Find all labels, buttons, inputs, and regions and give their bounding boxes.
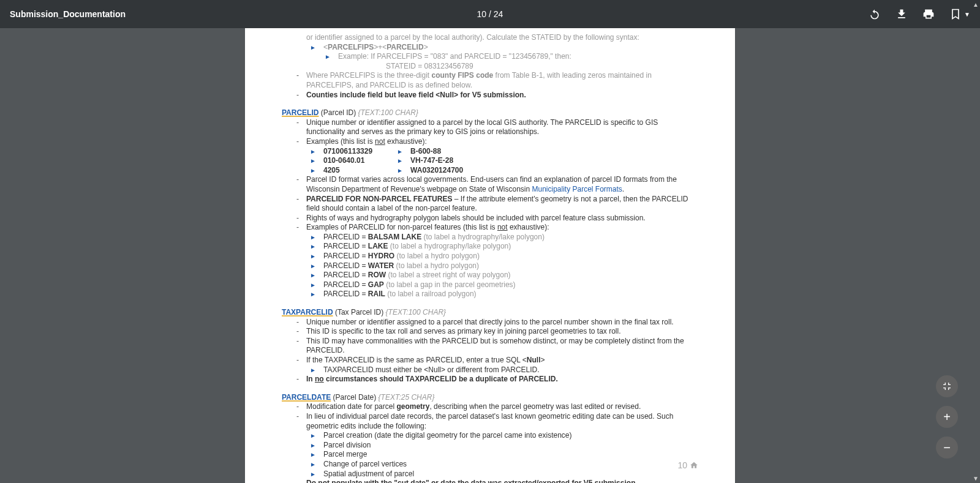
- pd-l1: Modification date for parcel geometry, d…: [296, 402, 698, 412]
- tax-l6: In no circumstances should TAXPARCELID b…: [296, 375, 698, 384]
- tax-l4: If the TAXPARCELID is the same as PARCEL…: [296, 356, 698, 365]
- nonparcel-example: PARCELID = WATER (to label a hydro polyg…: [310, 261, 698, 271]
- toolbar-actions: ▼: [869, 8, 970, 20]
- parcelid-rights: Rights of ways and hydrography polygon l…: [296, 214, 698, 223]
- tax-l3: This ID may have commonalities with the …: [296, 337, 698, 356]
- tax-l1: Unique number or identifier assigned to …: [296, 318, 698, 328]
- nonparcel-example: PARCELID = ROW (to label a street right …: [310, 271, 698, 280]
- print-icon[interactable]: [922, 8, 935, 20]
- bookmark-icon[interactable]: [949, 8, 962, 20]
- pd-l3: Do not populate with the "cut date" or d…: [296, 479, 698, 483]
- download-icon[interactable]: [895, 8, 908, 20]
- parceldate-name: PARCELDATE: [282, 393, 331, 402]
- document-page: or identifier assigned to a parcel by th…: [245, 28, 735, 483]
- geometric-edit-item: Parcel creation (date the digital geomet…: [310, 431, 698, 441]
- tax-l2: This ID is specific to the tax roll and …: [296, 327, 698, 337]
- taxparcelid-name: TAXPARCELID: [282, 308, 333, 316]
- example-value: VH-747-E-28: [397, 156, 463, 166]
- document-title: Submission_Documentation: [10, 9, 126, 19]
- zoom-out-button[interactable]: −: [936, 436, 958, 459]
- scroll-up-icon[interactable]: ▲: [973, 1, 979, 8]
- zoom-in-button[interactable]: +: [936, 406, 958, 428]
- scroll-down-icon[interactable]: ▼: [973, 475, 979, 482]
- parcelid-desc: Unique number or identifier assigned to …: [296, 118, 698, 137]
- dropdown-icon[interactable]: ▼: [964, 11, 970, 18]
- counties-note: Counties include field but leave field <…: [296, 91, 698, 100]
- example-value: 4205: [310, 166, 372, 176]
- stateid-example: Example: If PARCELFIPS = "083" and PARCE…: [325, 52, 698, 62]
- example-value: 071006113329: [310, 147, 372, 157]
- pdf-toolbar: Submission_Documentation 10 / 24 ▼: [0, 0, 980, 28]
- nonparcel-example: PARCELID = GAP (to label a gap in the pa…: [310, 280, 698, 290]
- document-viewer[interactable]: or identifier assigned to a parcel by th…: [0, 28, 980, 483]
- col2: B-600-88 VH-747-E-28 WA0320124700: [397, 147, 463, 176]
- municipality-formats-link[interactable]: Municipality Parcel Formats: [532, 185, 622, 193]
- page-indicator: 10 / 24: [477, 9, 503, 19]
- parcelid-header: PARCELID (Parcel ID) {TEXT:100 CHAR}: [282, 108, 698, 118]
- example-value: B-600-88: [397, 147, 463, 157]
- stateid-intro: or identifier assigned to a parcel by th…: [306, 33, 698, 43]
- parceldate-header: PARCELDATE (Parcel Date) {TEXT:25 CHAR}: [282, 393, 698, 403]
- nonparcel-example: PARCELID = BALSAM LAKE (to label a hydro…: [310, 233, 698, 242]
- parcelid-examples-label: Examples (this list is not exhaustive):: [296, 137, 698, 147]
- home-icon[interactable]: [690, 461, 698, 470]
- example-value: WA0320124700: [397, 166, 463, 176]
- parcelid-name: PARCELID: [282, 108, 318, 117]
- geometric-edit-item: Spatial adjustment of parcel: [310, 470, 698, 479]
- parcelid-np-examples-label: Examples of PARCELID for non-parcel feat…: [296, 223, 698, 233]
- col1: 071006113329 010-0640.01 4205: [310, 147, 372, 176]
- nonparcel-example: PARCELID = HYDRO (to label a hydro polyg…: [310, 252, 698, 261]
- stateid-syntax: <PARCELFIPS>+<PARCELID>: [310, 43, 698, 53]
- tax-l5: TAXPARCELID must either be <Null> or dif…: [310, 365, 698, 375]
- where-clause: Where PARCELFIPS is the three-digit coun…: [296, 71, 698, 90]
- example-value: 010-0640.01: [310, 156, 372, 166]
- page-number: 10: [677, 460, 687, 471]
- pd-l2: In lieu of individual parcel date record…: [296, 412, 698, 431]
- page-footer: 10: [677, 460, 698, 471]
- nonparcel-example: PARCELID = RAIL (to label a railroad pol…: [310, 290, 698, 299]
- geometric-edit-item: Parcel merge: [310, 450, 698, 460]
- zoom-controls: + −: [936, 375, 958, 459]
- fit-page-button[interactable]: [936, 375, 958, 397]
- parcelid-nonparcel: PARCELID FOR NON-PARCEL FEATURES – If th…: [296, 195, 698, 214]
- geometric-edit-item: Change of parcel vertices: [310, 460, 698, 470]
- parcelid-example-columns: 071006113329 010-0640.01 4205 B-600-88 V…: [310, 147, 698, 176]
- nonparcel-example: PARCELID = LAKE (to label a hydrography/…: [310, 242, 698, 252]
- stateid-result: STATEID = 083123456789: [386, 62, 698, 72]
- rotate-icon[interactable]: [869, 8, 881, 20]
- parcelid-format: Parcel ID format varies across local gov…: [296, 175, 698, 194]
- taxparcelid-header: TAXPARCELID (Tax Parcel ID) {TEXT:100 CH…: [282, 308, 698, 318]
- geometric-edit-item: Parcel division: [310, 441, 698, 451]
